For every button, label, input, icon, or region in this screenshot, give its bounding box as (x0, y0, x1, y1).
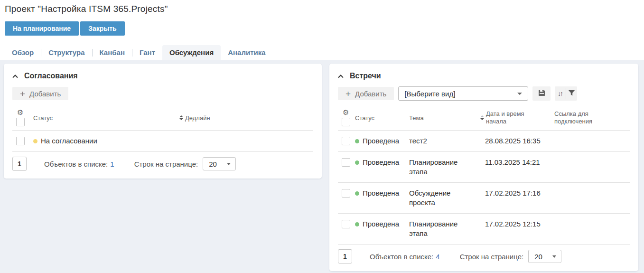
objects-count: 4 (436, 253, 439, 261)
column-header-status[interactable]: Статус (33, 114, 179, 122)
gear-icon[interactable]: ⚙︎ (17, 109, 23, 116)
objects-in-list-label: Объектов в списке: (370, 253, 433, 261)
page-title: Проект "Настройка ITSM 365.Projects" (5, 4, 639, 14)
meetings-add-button[interactable]: + Добавить (338, 87, 394, 100)
column-header-topic[interactable]: Тема (409, 114, 480, 122)
tab-structure[interactable]: Структура (41, 45, 92, 60)
start-datetime-value: 17.02.2025 17:16 (480, 188, 554, 198)
page-number-button[interactable]: 1 (12, 157, 27, 171)
content-area: Согласования + Добавить ⚙︎ Статус Дедлай… (0, 60, 644, 273)
objects-count: 1 (110, 160, 114, 168)
meetings-panel: Встречи + Добавить [Выберите вид] ↓↑ (329, 64, 638, 271)
tab-discussions[interactable]: Обсуждения (162, 45, 221, 60)
status-value: На согласовании (41, 136, 97, 146)
tab-bar: Обзор Структура Канбан Гант Обсуждения А… (5, 45, 639, 60)
topic-value: Планирование этапа (409, 219, 480, 238)
table-row[interactable]: Проведена Обсуждение проекта 17.02.2025 … (329, 183, 638, 213)
column-header-status[interactable]: Статус (355, 114, 409, 122)
tab-analytics[interactable]: Аналитика (221, 45, 272, 60)
plus-icon: + (20, 89, 25, 98)
chevron-up-icon (12, 73, 18, 80)
approvals-add-button[interactable]: + Добавить (12, 87, 68, 100)
status-value: Проведена (363, 136, 399, 146)
table-row[interactable]: Проведена Планирование этапа 17.02.2025 … (329, 214, 638, 244)
row-checkbox[interactable] (342, 158, 350, 167)
column-header-link[interactable]: Ссылка для подключения (554, 110, 612, 126)
page-header: Проект "Настройка ITSM 365.Projects" На … (0, 0, 644, 60)
row-checkbox[interactable] (342, 220, 350, 228)
plus-icon: + (345, 89, 351, 98)
table-row[interactable]: Проведена тест2 28.08.2025 16:35 (329, 131, 638, 151)
filter-button[interactable] (566, 86, 577, 101)
approvals-table-header: ⚙︎ Статус Дедлайн (4, 105, 322, 130)
action-buttons: На планирование Закрыть (5, 21, 639, 36)
column-header-start[interactable]: Дата и время начала (480, 110, 554, 126)
start-datetime-value: 28.08.2025 16:35 (480, 136, 554, 146)
sort-arrows-icon (179, 115, 183, 120)
row-checkbox[interactable] (16, 137, 25, 145)
page-number-button[interactable]: 1 (338, 249, 352, 264)
funnel-icon (568, 90, 575, 97)
status-dot (355, 139, 359, 143)
topic-value: тест2 (409, 136, 480, 146)
column-header-deadline[interactable]: Дедлайн (179, 114, 313, 122)
list-tools-group: ↓↑ (555, 86, 577, 101)
to-planning-button[interactable]: На планирование (5, 21, 79, 36)
status-value: Проведена (363, 188, 399, 198)
table-row[interactable]: Проведена Планирование этапа 11.03.2025 … (329, 152, 638, 182)
arrows-down-up-icon: ↓↑ (558, 90, 563, 97)
table-row[interactable]: На согласовании (4, 131, 322, 151)
rows-per-page-select[interactable]: 20 (203, 157, 236, 170)
sort-button[interactable]: ↓↑ (555, 86, 566, 101)
caret-down-icon (227, 163, 231, 165)
select-all-checkbox[interactable] (16, 118, 25, 126)
save-view-button[interactable] (532, 86, 551, 101)
start-datetime-value: 11.03.2025 14:21 (480, 158, 554, 167)
objects-in-list-label: Объектов в списке: (44, 160, 108, 168)
topic-value: Обсуждение проекта (409, 188, 480, 207)
row-checkbox[interactable] (342, 189, 350, 198)
rows-per-page-label: Строк на странице: (134, 160, 198, 168)
floppy-disk-icon (538, 89, 545, 98)
caret-down-icon (552, 255, 556, 258)
status-value: Проведена (363, 158, 399, 167)
approvals-panel: Согласования + Добавить ⚙︎ Статус Дедлай… (4, 64, 322, 179)
tab-kanban[interactable]: Канбан (93, 45, 132, 60)
select-all-checkbox[interactable] (342, 118, 350, 126)
meetings-table-header: ⚙︎ Статус Тема Дата и время начала Ссылк… (329, 105, 638, 130)
close-button[interactable]: Закрыть (80, 21, 125, 36)
status-dot (355, 160, 359, 165)
row-checkbox[interactable] (342, 137, 350, 145)
tab-gantt[interactable]: Гант (132, 45, 162, 60)
gear-icon[interactable]: ⚙︎ (343, 109, 349, 116)
status-value: Проведена (363, 219, 399, 229)
caret-down-icon (517, 93, 522, 95)
tab-overview[interactable]: Обзор (5, 45, 41, 60)
status-dot (355, 222, 359, 226)
topic-value: Планирование этапа (409, 158, 480, 177)
approvals-pagination: 1 Объектов в списке:1 Строк на странице:… (4, 152, 322, 179)
rows-per-page-label: Строк на странице: (460, 253, 524, 261)
status-dot (355, 191, 359, 196)
rows-per-page-select[interactable]: 20 (528, 250, 561, 263)
approvals-collapse-button[interactable] (12, 73, 18, 80)
view-select-dropdown[interactable]: [Выберите вид] (398, 86, 528, 101)
approvals-title: Согласования (24, 72, 78, 80)
sort-arrows-icon (480, 115, 484, 120)
chevron-up-icon (338, 73, 344, 80)
status-dot (33, 139, 37, 143)
start-datetime-value: 17.02.2025 12:15 (480, 219, 554, 229)
meetings-title: Встречи (350, 72, 381, 80)
meetings-collapse-button[interactable] (338, 73, 344, 80)
meetings-pagination: 1 Объектов в списке:4 Строк на странице:… (329, 245, 638, 271)
